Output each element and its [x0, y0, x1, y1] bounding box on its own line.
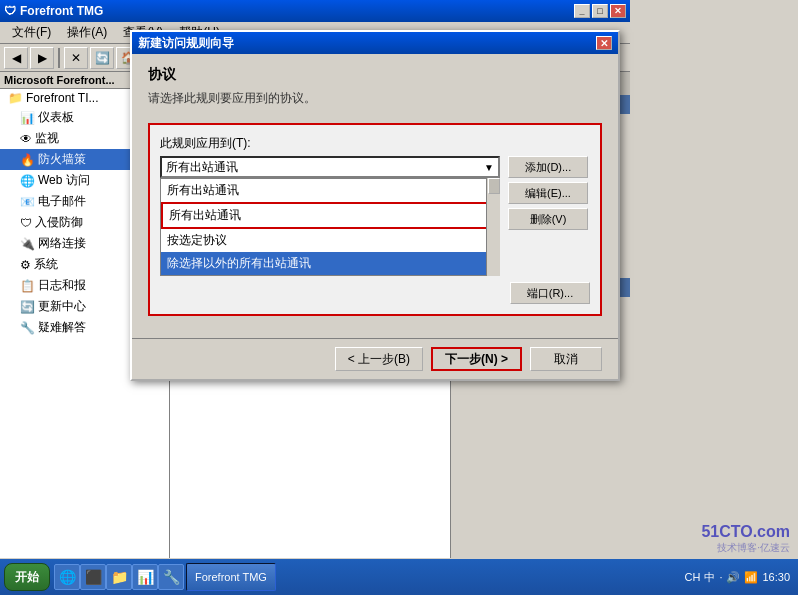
taskbar-time: 16:30: [762, 571, 790, 583]
dropdown-option-3[interactable]: 除选择以外的所有出站通讯: [161, 252, 499, 275]
menu-file[interactable]: 文件(F): [4, 22, 59, 43]
taskbar-icon-ie[interactable]: 🌐: [54, 564, 80, 590]
dialog-footer: < 上一步(B) 下一步(N) > 取消: [132, 338, 618, 379]
cancel-button[interactable]: 取消: [530, 347, 602, 371]
watermark-line1: 51CTO.com: [701, 523, 790, 541]
dialog-body: 协议 请选择此规则要应用到的协议。 此规则应用到(T): 所有出站通讯 ▼ 所有…: [132, 54, 618, 338]
app-icon: 🛡: [4, 4, 16, 18]
toolbar-sep1: [58, 48, 60, 68]
dropdown-area: 所有出站通讯 ▼ 所有出站通讯 所有出站通讯 按选定协议 除选择以外的所有出站通…: [160, 156, 500, 276]
scrollbar-thumb[interactable]: [488, 178, 500, 194]
dropdown-option-1[interactable]: 所有出站通讯: [161, 202, 499, 229]
port-button[interactable]: 端口(R)...: [510, 282, 590, 304]
tree-system-label: 系统: [34, 256, 58, 273]
list-action-buttons: 添加(D)... 编辑(E)... 删除(V): [508, 156, 590, 276]
taskbar-active-label: Forefront TMG: [195, 571, 267, 583]
tree-logs-label: 日志和报: [38, 277, 86, 294]
forward-button[interactable]: ▶: [30, 47, 54, 69]
next-button[interactable]: 下一步(N) >: [431, 347, 522, 371]
port-area: 端口(R)...: [160, 282, 590, 304]
tree-firewall-label: 防火墙策: [38, 151, 86, 168]
taskbar-icon-app2[interactable]: 🔧: [158, 564, 184, 590]
taskbar-icon-sound[interactable]: 🔊: [726, 571, 740, 584]
refresh-button[interactable]: 🔄: [90, 47, 114, 69]
taskbar-dot: ·: [719, 571, 722, 583]
add-button[interactable]: 添加(D)...: [508, 156, 588, 178]
dialog-main-section: 此规则应用到(T): 所有出站通讯 ▼ 所有出站通讯 所有出站通讯 按选定协议 …: [148, 123, 602, 316]
menu-action[interactable]: 操作(A): [59, 22, 115, 43]
stop-button[interactable]: ✕: [64, 47, 88, 69]
dropdown-option-2[interactable]: 按选定协议: [161, 229, 499, 252]
dialog-title-bar: 新建访问规则向导 ✕: [132, 32, 618, 54]
app-title: Forefront TMG: [20, 4, 103, 18]
tree-root-label: Forefront TI...: [26, 91, 98, 105]
dialog-title-text: 新建访问规则向导: [138, 35, 234, 52]
title-bar: 🛡 Forefront TMG _ □ ✕: [0, 0, 630, 22]
delete-button[interactable]: 删除(V): [508, 208, 588, 230]
tree-dashboard-label: 仪表板: [38, 109, 74, 126]
taskbar-right: CH 中 · 🔊 📶 16:30: [685, 570, 798, 585]
dropdown-option-0[interactable]: 所有出站通讯: [161, 179, 499, 202]
dialog-step-desc: 请选择此规则要应用到的协议。: [148, 90, 602, 107]
taskbar-active-app[interactable]: Forefront TMG: [186, 563, 276, 591]
dialog-close-button[interactable]: ✕: [596, 36, 612, 50]
tree-troubleshoot-label: 疑难解答: [38, 319, 86, 336]
watermark: 51CTO.com 技术博客·亿速云: [701, 523, 790, 555]
watermark-line2: 技术博客·亿速云: [701, 541, 790, 555]
taskbar-icon-network[interactable]: 📶: [744, 571, 758, 584]
dropdown-box[interactable]: 所有出站通讯 ▼: [160, 156, 500, 178]
title-buttons: _ □ ✕: [574, 4, 626, 18]
dropdown-list: 所有出站通讯 所有出站通讯 按选定协议 除选择以外的所有出站通讯: [160, 178, 500, 276]
dialog-step-title: 协议: [148, 66, 602, 84]
tree-network-label: 网络连接: [38, 235, 86, 252]
taskbar-icon-cmd[interactable]: ⬛: [80, 564, 106, 590]
back-button[interactable]: ◀: [4, 47, 28, 69]
tree-email-label: 电子邮件: [38, 193, 86, 210]
taskbar-lang: CH: [685, 571, 701, 583]
scrollbar-track[interactable]: [486, 178, 500, 276]
tree-updates-label: 更新中心: [38, 298, 86, 315]
dropdown-arrow-icon: ▼: [484, 162, 494, 173]
taskbar-ime: 中: [704, 570, 715, 585]
tree-monitor-label: 监视: [35, 130, 59, 147]
start-button[interactable]: 开始: [4, 563, 50, 591]
edit-button[interactable]: 编辑(E)...: [508, 182, 588, 204]
close-button[interactable]: ✕: [610, 4, 626, 18]
dialog: 新建访问规则向导 ✕ 协议 请选择此规则要应用到的协议。 此规则应用到(T): …: [130, 30, 620, 381]
taskbar: 开始 🌐 ⬛ 📁 📊 🔧 Forefront TMG CH 中 · 🔊 📶 16…: [0, 559, 798, 595]
taskbar-icon-app1[interactable]: 📊: [132, 564, 158, 590]
dropdown-value: 所有出站通讯: [166, 159, 238, 176]
tree-web-label: Web 访问: [38, 172, 90, 189]
field-label: 此规则应用到(T):: [160, 135, 590, 152]
tree-intrusion-label: 入侵防御: [35, 214, 83, 231]
maximize-button[interactable]: □: [592, 4, 608, 18]
prev-button[interactable]: < 上一步(B): [335, 347, 423, 371]
minimize-button[interactable]: _: [574, 4, 590, 18]
field-row: 所有出站通讯 ▼ 所有出站通讯 所有出站通讯 按选定协议 除选择以外的所有出站通…: [160, 156, 590, 276]
taskbar-icon-folder[interactable]: 📁: [106, 564, 132, 590]
